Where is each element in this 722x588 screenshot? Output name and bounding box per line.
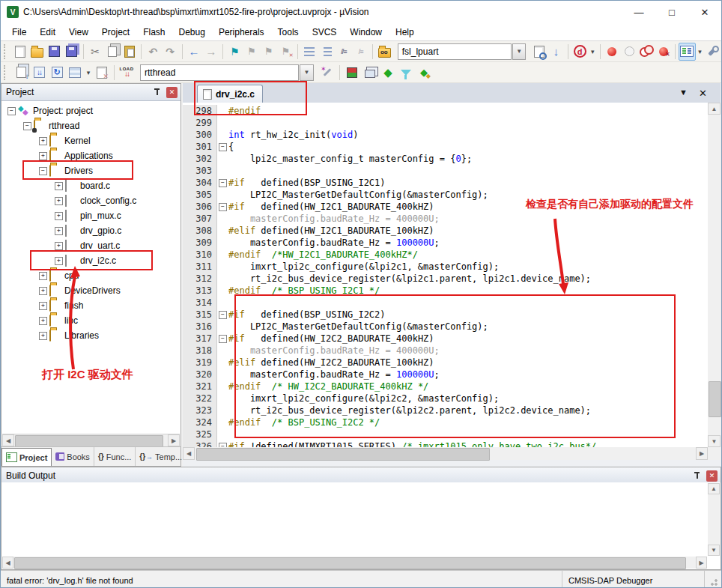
expand-icon[interactable]: + <box>39 332 47 340</box>
target-combobox[interactable]: rtthread <box>140 64 299 81</box>
search-dropdown[interactable]: ▼ <box>512 43 526 60</box>
menu-debug[interactable]: Debug <box>172 25 212 39</box>
menu-edit[interactable]: Edit <box>33 25 62 39</box>
navigate-back-button[interactable] <box>186 43 203 61</box>
expand-icon[interactable]: + <box>39 287 47 295</box>
navigate-forward-button[interactable] <box>202 43 219 61</box>
enable-disable-breakpoints-button[interactable] <box>637 43 655 61</box>
expand-icon[interactable]: + <box>39 317 47 325</box>
collapse-icon[interactable]: − <box>39 167 47 175</box>
configure-tools-button[interactable] <box>704 43 721 61</box>
pin-icon[interactable] <box>693 470 702 481</box>
save-all-button[interactable] <box>63 43 80 61</box>
scroll-left-arrow-icon[interactable]: ◀ <box>2 434 14 446</box>
stop-build-button[interactable] <box>93 64 111 82</box>
fold-collapse-icon[interactable]: − <box>219 143 227 151</box>
incremental-find-button[interactable] <box>530 43 547 61</box>
menu-flash[interactable]: Flash <box>136 25 172 39</box>
search-combobox[interactable]: fsl_lpuart <box>398 43 512 60</box>
tree-item-libraries[interactable]: +Libraries <box>1 328 180 343</box>
undo-button[interactable] <box>145 43 162 61</box>
options-for-target-button[interactable] <box>343 64 361 82</box>
collapse-icon[interactable]: − <box>7 107 16 115</box>
pack-installer-button[interactable] <box>415 64 433 82</box>
quick-search-dropdown[interactable]: ▾ <box>589 43 597 61</box>
quick-search-button[interactable]: d <box>571 43 589 61</box>
batch-build-dropdown[interactable]: ▾ <box>84 64 93 82</box>
expand-icon[interactable]: + <box>39 152 47 160</box>
insert-bookmark-button[interactable] <box>226 43 243 61</box>
expand-icon[interactable]: + <box>55 212 63 220</box>
code-view[interactable]: 298#endif299300int rt_hw_i2c_init(void)3… <box>183 103 708 447</box>
project-panel-close-button[interactable]: ✕ <box>166 87 178 98</box>
menu-project[interactable]: Project <box>95 25 136 39</box>
toolbar-grip[interactable] <box>4 44 9 59</box>
scroll-up-arrow-icon[interactable]: ▲ <box>708 103 721 115</box>
window-views-dropdown[interactable]: ▾ <box>696 43 704 61</box>
build-button[interactable] <box>30 64 48 82</box>
tree-item-kernel[interactable]: +Kernel <box>1 133 180 148</box>
fold-collapse-icon[interactable]: − <box>219 179 227 187</box>
scroll-up-arrow-icon[interactable]: ▲ <box>708 483 720 494</box>
editor-hscrollbar[interactable]: ◀ ▶ <box>183 447 708 460</box>
new-file-button[interactable] <box>12 43 29 61</box>
expand-icon[interactable]: + <box>39 137 47 145</box>
tree-item-drv-gpio-c[interactable]: +drv_gpio.c <box>1 223 180 238</box>
workspace-tab-func[interactable]: {}Func... <box>94 447 136 466</box>
pin-icon[interactable] <box>153 87 162 97</box>
rebuild-button[interactable] <box>48 64 66 82</box>
scroll-thumb[interactable] <box>196 448 490 461</box>
maximize-button[interactable]: □ <box>655 1 688 23</box>
scroll-down-arrow-icon[interactable]: ▼ <box>708 545 720 556</box>
scroll-thumb[interactable] <box>15 435 163 447</box>
menu-window[interactable]: Window <box>343 25 389 39</box>
redo-button[interactable] <box>162 43 179 61</box>
tree-item-clock-config-c[interactable]: +clock_config.c <box>1 193 180 208</box>
expand-icon[interactable]: + <box>39 302 47 310</box>
download-to-flash[interactable]: LOAD↓↓ <box>118 64 136 82</box>
menu-help[interactable]: Help <box>389 25 421 39</box>
build-output-close-button[interactable]: ✕ <box>706 470 718 482</box>
find-next-button[interactable] <box>547 43 565 61</box>
menu-peripherals[interactable]: Peripherals <box>212 25 271 39</box>
tree-item-devicedrivers[interactable]: +DeviceDrivers <box>1 283 180 298</box>
expand-icon[interactable]: + <box>55 242 63 250</box>
tree-item-finsh[interactable]: +finsh <box>1 298 180 313</box>
workspace-tab-books[interactable]: Books <box>52 447 94 466</box>
comment-selection-button[interactable] <box>336 43 353 61</box>
disable-breakpoint-button[interactable] <box>621 43 638 61</box>
tree-item-cpu[interactable]: +cpu <box>1 268 180 283</box>
scroll-right-arrow-icon[interactable]: ▶ <box>696 557 707 569</box>
tree-item-rtthread[interactable]: −rtthread <box>1 118 180 133</box>
tab-list-dropdown-icon[interactable]: ▼ <box>679 88 688 97</box>
kill-all-breakpoints-button[interactable] <box>655 43 672 61</box>
tree-item-board-c[interactable]: +board.c <box>1 178 180 193</box>
menu-file[interactable]: File <box>5 25 33 39</box>
menu-tools[interactable]: Tools <box>271 25 306 39</box>
open-file-button[interactable] <box>29 43 46 61</box>
fold-collapse-icon[interactable]: − <box>219 335 227 343</box>
expand-icon[interactable]: + <box>55 257 63 265</box>
build-output-hscrollbar[interactable]: ◀ ▶ <box>2 557 707 569</box>
resize-grip[interactable] <box>704 571 721 588</box>
expand-icon[interactable]: + <box>39 272 47 280</box>
build-output-vscrollbar[interactable]: ▲ ▼ <box>708 483 720 556</box>
find-in-files-button[interactable] <box>376 43 393 61</box>
previous-bookmark-button[interactable] <box>243 43 261 61</box>
manage-project-items-button[interactable] <box>361 64 379 82</box>
manage-rte-button[interactable] <box>379 64 397 82</box>
tree-item-applications[interactable]: +Applications <box>1 148 180 163</box>
translate-button[interactable] <box>12 64 30 82</box>
paste-button[interactable] <box>121 43 138 61</box>
scroll-down-arrow-icon[interactable]: ▼ <box>708 435 721 447</box>
fold-collapse-icon[interactable]: − <box>219 203 227 211</box>
unindent-button[interactable] <box>301 43 318 61</box>
target-dropdown[interactable]: ▼ <box>300 64 314 81</box>
expand-icon[interactable]: + <box>55 227 63 235</box>
tree-item-drv-i2c-c[interactable]: +drv_i2c.c <box>1 253 180 268</box>
scroll-thumb[interactable] <box>709 381 721 417</box>
tree-item-drivers[interactable]: −Drivers <box>1 163 180 178</box>
workspace-tab-temp[interactable]: {}→Temp... <box>136 447 186 466</box>
flash-download-settings-button[interactable] <box>318 64 336 82</box>
indent-button[interactable] <box>318 43 336 61</box>
